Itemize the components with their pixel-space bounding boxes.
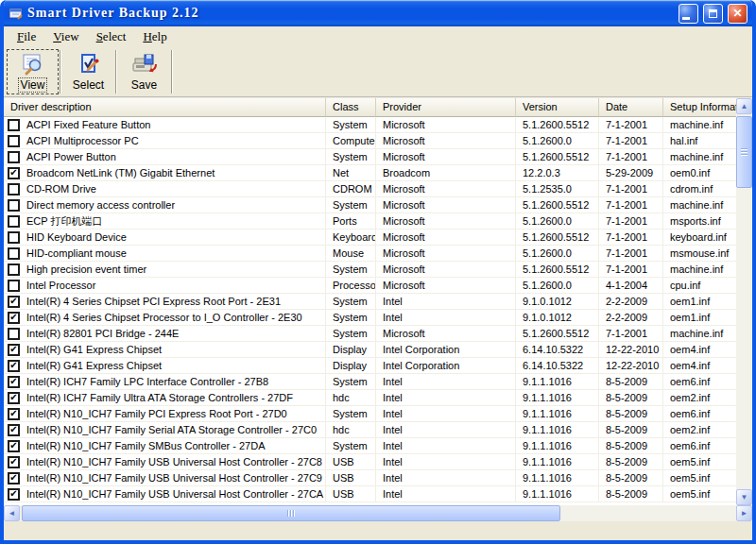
table-row[interactable]: ✔Intel(R) N10_ICH7 Family USB Universal … <box>4 470 736 486</box>
table-row[interactable]: ✔Intel(R) N10_ICH7 Family USB Universal … <box>4 486 736 502</box>
minimize-icon <box>682 17 690 20</box>
table-row[interactable]: ACPI Power ButtonSystemMicrosoft5.1.2600… <box>4 149 736 165</box>
view-button[interactable]: View <box>7 49 59 94</box>
row-checkbox-unchecked[interactable] <box>8 183 20 196</box>
table-row[interactable]: ✔Intel(R) 4 Series Chipset PCI Express R… <box>4 294 736 310</box>
cell-provider: Intel <box>376 438 516 454</box>
row-checkbox-checked[interactable]: ✔ <box>8 376 20 388</box>
table-row[interactable]: ✔Intel(R) N10_ICH7 Family USB Universal … <box>4 454 736 470</box>
status-bar <box>4 521 752 540</box>
cell-version: 12.2.0.3 <box>516 165 599 181</box>
row-checkbox-checked[interactable]: ✔ <box>8 424 20 436</box>
scroll-down-button[interactable]: ▼ <box>736 489 752 505</box>
driver-list: Driver descriptionClassProviderVersionDa… <box>4 98 752 521</box>
table-row[interactable]: Intel ProcessorProcessorMicrosoft5.1.260… <box>4 278 736 294</box>
column-header-date[interactable]: Date <box>599 98 663 117</box>
row-checkbox-unchecked[interactable] <box>8 280 20 292</box>
column-header-class[interactable]: Class <box>326 98 376 117</box>
table-row[interactable]: ✔Intel(R) G41 Express ChipsetDisplayInte… <box>4 358 736 374</box>
row-checkbox-checked[interactable]: ✔ <box>8 408 20 420</box>
table-row[interactable]: ACPI Multiprocessor PCComputerMicrosoft5… <box>4 133 736 149</box>
table-row[interactable]: ✔Intel(R) G41 Express ChipsetDisplayInte… <box>4 342 736 358</box>
row-checkbox-checked[interactable]: ✔ <box>8 312 20 324</box>
menu-item-file[interactable]: File <box>9 27 44 47</box>
row-checkbox-unchecked[interactable] <box>8 199 20 212</box>
menu-item-help[interactable]: Help <box>134 27 175 47</box>
table-row[interactable]: ✔Intel(R) ICH7 Family Ultra ATA Storage … <box>4 390 736 406</box>
cell-inf: oem5.inf <box>663 454 736 470</box>
table-row[interactable]: CD-ROM DriveCDROMMicrosoft5.1.2535.07-1-… <box>4 181 736 197</box>
vertical-scroll-thumb[interactable] <box>736 116 752 188</box>
row-checkbox-checked[interactable]: ✔ <box>8 456 20 468</box>
table-row[interactable]: ECP 打印机端口PortsMicrosoft5.1.2600.07-1-200… <box>4 213 736 230</box>
toolbar: View Select Save <box>4 47 752 96</box>
row-checkbox-checked[interactable]: ✔ <box>8 344 20 356</box>
column-header-version[interactable]: Version <box>516 98 599 117</box>
driver-description-text: CD-ROM Drive <box>26 183 96 195</box>
row-checkbox-unchecked[interactable] <box>8 151 20 163</box>
row-checkbox-unchecked[interactable] <box>8 119 20 131</box>
row-checkbox-unchecked[interactable] <box>8 215 20 228</box>
table-row[interactable]: HID Keyboard DeviceKeyboardMicrosoft5.1.… <box>4 230 736 246</box>
row-checkbox-checked[interactable]: ✔ <box>8 167 20 179</box>
row-checkbox-unchecked[interactable] <box>8 264 20 276</box>
row-checkbox-unchecked[interactable] <box>8 231 20 244</box>
table-row[interactable]: ✔Intel(R) ICH7 Family LPC Interface Cont… <box>4 374 736 390</box>
cell-description: ✔Intel(R) N10_ICH7 Family USB Universal … <box>4 486 326 502</box>
row-checkbox-unchecked[interactable] <box>8 135 20 147</box>
cell-class: System <box>326 326 376 342</box>
column-header-inf[interactable]: Setup Information <box>663 98 736 117</box>
maximize-button[interactable] <box>703 4 723 24</box>
cell-date: 8-5-2009 <box>599 470 663 486</box>
row-checkbox-checked[interactable]: ✔ <box>8 440 20 452</box>
cell-description: ✔Intel(R) G41 Express Chipset <box>4 358 326 374</box>
close-button[interactable]: ✕ <box>728 4 747 24</box>
driver-description-text: ACPI Power Button <box>26 151 116 162</box>
table-row[interactable]: ✔Intel(R) N10_ICH7 Family Serial ATA Sto… <box>4 422 736 438</box>
horizontal-scrollbar[interactable]: ◄ ► <box>4 505 752 521</box>
table-row[interactable]: High precision event timerSystemMicrosof… <box>4 262 736 278</box>
maximize-icon <box>709 9 717 18</box>
scroll-left-button[interactable]: ◄ <box>4 505 20 521</box>
column-header-provider[interactable]: Provider <box>376 98 516 117</box>
column-header-description[interactable]: Driver description <box>4 98 326 117</box>
table-row[interactable]: ✔Broadcom NetLink (TM) Gigabit EthernetN… <box>4 165 736 181</box>
minimize-button[interactable] <box>679 4 698 24</box>
menu-item-select[interactable]: Select <box>88 27 135 47</box>
menu-item-view[interactable]: View <box>44 27 87 47</box>
table-row[interactable]: HID-compliant mouseMouseMicrosoft5.1.260… <box>4 246 736 262</box>
save-button[interactable]: Save <box>118 49 170 94</box>
row-checkbox-unchecked[interactable] <box>8 247 20 260</box>
table-row[interactable]: Intel(R) 82801 PCI Bridge - 244ESystemMi… <box>4 326 736 342</box>
table-row[interactable]: ✔Intel(R) N10_ICH7 Family SMBus Controll… <box>4 438 736 454</box>
table-row[interactable]: ACPI Fixed Feature ButtonSystemMicrosoft… <box>4 117 736 133</box>
cell-provider: Microsoft <box>376 278 516 294</box>
driver-description-text: Broadcom NetLink (TM) Gigabit Ethernet <box>26 167 215 178</box>
cell-provider: Intel <box>376 374 516 390</box>
cell-version: 5.1.2600.0 <box>516 278 599 294</box>
view-icon <box>20 53 46 77</box>
cell-description: ✔Intel(R) ICH7 Family Ultra ATA Storage … <box>4 390 326 406</box>
cell-class: Display <box>326 342 376 358</box>
menu-bar: FileViewSelectHelp <box>4 26 752 47</box>
cell-description: ✔Intel(R) N10_ICH7 Family USB Universal … <box>4 454 326 470</box>
table-row[interactable]: ✔Intel(R) N10_ICH7 Family PCI Express Ro… <box>4 406 736 422</box>
vertical-scrollbar[interactable]: ▲ ▼ <box>736 98 752 505</box>
row-checkbox-checked[interactable]: ✔ <box>8 488 20 501</box>
scroll-up-button[interactable]: ▲ <box>736 98 752 114</box>
cell-date: 7-1-2001 <box>599 197 663 213</box>
row-checkbox-checked[interactable]: ✔ <box>8 472 20 484</box>
title-bar[interactable]: Smart Driver Backup 2.12 ✕ <box>4 0 752 26</box>
horizontal-scroll-thumb[interactable] <box>22 505 560 521</box>
row-checkbox-checked[interactable]: ✔ <box>8 360 20 372</box>
table-row[interactable]: ✔Intel(R) 4 Series Chipset Processor to … <box>4 310 736 326</box>
scroll-right-button[interactable]: ► <box>736 505 752 521</box>
select-button[interactable]: Select <box>62 49 114 94</box>
cell-provider: Microsoft <box>376 117 516 133</box>
table-row[interactable]: Direct memory access controllerSystemMic… <box>4 197 736 213</box>
row-checkbox-unchecked[interactable] <box>8 328 20 340</box>
row-checkbox-checked[interactable]: ✔ <box>8 392 20 404</box>
cell-inf: oem4.inf <box>663 358 736 374</box>
cell-provider: Intel <box>376 422 516 438</box>
row-checkbox-checked[interactable]: ✔ <box>8 296 20 308</box>
